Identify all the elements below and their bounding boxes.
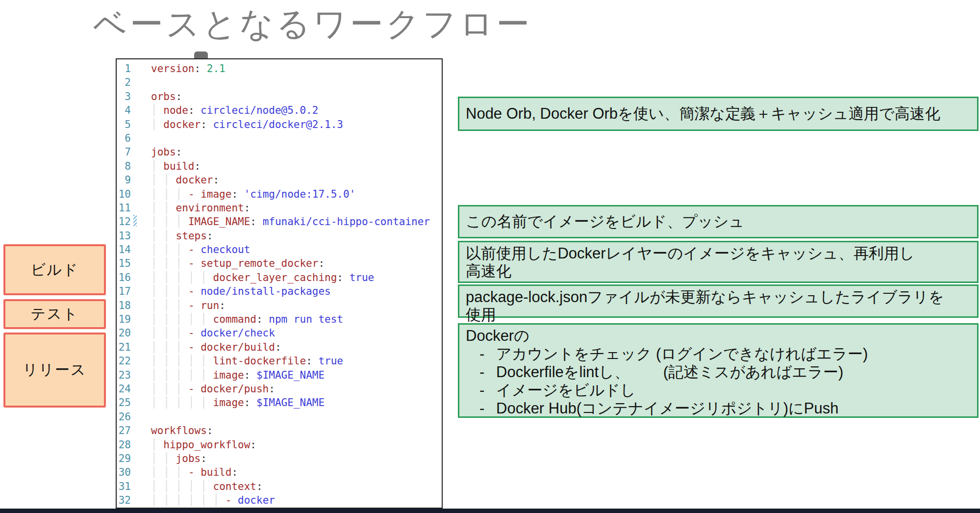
line-number: 12 <box>117 215 131 229</box>
code-text: │ │ │ │ │ command: npm run test <box>151 313 343 325</box>
code-text: │ │ docker: <box>151 174 219 186</box>
code-text: jobs: <box>151 146 182 158</box>
code-text: │ docker: circleci/docker@2.1.3 <box>151 119 343 130</box>
annotation-image-name: この名前でイメージをビルド、プッシュ <box>458 205 979 238</box>
code-text: │ │ │ │ │ docker_layer_caching: true <box>151 272 374 283</box>
code-line: 8│ build: <box>117 159 442 173</box>
annotation-text: 以前使用したDockerレイヤーのイメージをキャッシュ、再利用し <box>466 245 971 262</box>
annotation-orbs: Node Orb, Docker Orbを使い、簡潔な定義＋キャッシュ適用で高速… <box>458 97 979 131</box>
code-line: 25│ │ │ │ │ image: $IMAGE_NAME <box>117 396 442 410</box>
code-line: 2 <box>117 76 442 89</box>
code-line: 32│ │ │ │ │ │ - docker <box>117 493 442 507</box>
code-text: │ │ │ - image: 'cimg/node:17.5.0' <box>151 188 355 200</box>
code-line: 20│ │ │ - docker/check <box>117 326 442 340</box>
code-text: │ │ │ - build: <box>151 466 238 478</box>
stage-label-test: テスト <box>30 304 78 324</box>
line-number: 5 <box>117 118 131 131</box>
code-line: 18│ │ │ - run: <box>117 299 442 312</box>
code-line: 7jobs: <box>117 145 442 159</box>
line-number: 14 <box>117 243 131 256</box>
code-line: 28│ hippo_workflow: <box>117 438 442 452</box>
annotation-text: 使用 <box>466 306 971 324</box>
code-line: 29│ │ jobs: <box>117 452 442 465</box>
bullet-marker: - <box>479 381 496 399</box>
line-number: 9 <box>117 173 131 187</box>
line-number: 21 <box>117 340 131 354</box>
code-editor-screenshot: 1version: 2.123orbs:4│ node: circleci/no… <box>116 58 443 509</box>
line-number: 4 <box>117 103 131 117</box>
code-text: │ │ │ - docker/build: <box>151 341 281 353</box>
code-text: │ │ steps: <box>151 230 213 242</box>
line-number: 29 <box>117 452 131 465</box>
code-line: 12│ │ │ IMAGE_NAME: mfunaki/cci-hippo-co… <box>117 215 442 229</box>
code-text: │ node: circleci/node@5.0.2 <box>151 104 318 116</box>
line-number: 17 <box>117 284 131 298</box>
code-text: │ │ │ - checkout <box>151 244 250 256</box>
annotation-heading: Dockerの <box>466 327 971 345</box>
line-number: 18 <box>117 299 131 312</box>
code-text: │ │ │ IMAGE_NAME: mfunaki/cci-hippo-cont… <box>151 216 430 228</box>
annotation-text: この名前でイメージをビルド、プッシュ <box>466 211 744 232</box>
code-text: │ hippo_workflow: <box>151 439 256 451</box>
code-line: 4│ node: circleci/node@5.0.2 <box>117 103 442 117</box>
line-number: 16 <box>117 271 131 284</box>
line-number: 10 <box>117 187 131 201</box>
code-text: │ │ │ │ │ context: <box>151 481 263 492</box>
line-number: 22 <box>117 354 131 368</box>
line-number: 2 <box>117 76 131 89</box>
bullet-marker: - <box>479 363 496 381</box>
line-number: 19 <box>117 312 131 326</box>
bullet-text: イメージをビルドし <box>496 381 636 399</box>
code-line: 22│ │ │ │ │ lint-dockerfile: true <box>117 354 442 368</box>
code-line: 10│ │ │ - image: 'cimg/node:17.5.0' <box>117 187 442 201</box>
code-line: 31│ │ │ │ │ context: <box>117 480 442 493</box>
line-number: 6 <box>117 131 131 145</box>
line-number: 23 <box>117 368 131 382</box>
line-number: 25 <box>117 396 131 410</box>
line-number: 8 <box>117 159 131 173</box>
code-line: 6 <box>117 131 442 145</box>
code-line: 9│ │ docker: <box>117 173 442 187</box>
code-line: 26 <box>117 410 442 424</box>
code-text: │ │ │ - node/install-packages <box>151 285 331 297</box>
code-text: orbs: <box>151 91 182 103</box>
line-number: 32 <box>117 493 131 507</box>
line-number: 1 <box>117 62 131 76</box>
line-number: 26 <box>117 410 131 424</box>
line-number: 30 <box>117 465 131 479</box>
bullet-text: アカウントをチェック (ログインできなければエラー) <box>496 345 868 363</box>
footer-bar <box>0 509 980 513</box>
code-text: │ build: <box>151 160 201 172</box>
stage-label-release: リリース <box>23 360 86 380</box>
stage-box-release: リリース <box>3 333 106 408</box>
code-line: 27workflows: <box>117 424 442 437</box>
code-line: 11│ │ environment: <box>117 201 442 215</box>
code-line: 5│ docker: circleci/docker@2.1.3 <box>117 118 442 131</box>
stage-label-build: ビルド <box>30 260 78 280</box>
bullet-text: Dockerfileをlintし、 (記述ミスがあればエラー) <box>496 363 843 381</box>
bullet-marker: - <box>479 399 496 417</box>
page-title: ベースとなるワークフロー <box>93 0 532 47</box>
code-text: │ │ │ │ │ │ - docker <box>151 494 275 506</box>
bullet-item: - イメージをビルドし <box>466 381 971 399</box>
line-number: 7 <box>117 145 131 159</box>
code-line: 15│ │ │ - setup_remote_docker: <box>117 256 442 270</box>
line-number: 13 <box>117 229 131 243</box>
line-number: 28 <box>117 438 131 452</box>
annotation-text: Node Orb, Docker Orbを使い、簡潔な定義＋キャッシュ適用で高速… <box>466 103 940 124</box>
line-number: 11 <box>117 201 131 215</box>
line-number: 31 <box>117 480 131 493</box>
bullet-item: - Docker Hub(コンテナイメージリポジトリ)にPush <box>466 399 971 417</box>
code-text: │ │ │ - setup_remote_docker: <box>151 257 325 269</box>
code-text: │ │ │ - run: <box>151 300 226 311</box>
code-text: workflows: <box>151 425 213 436</box>
code-text: version: 2.1 <box>151 63 226 75</box>
annotation-package-lock-cache: package-lock.jsonファイルが未更新ならキャッシュしたライブラリを… <box>458 284 979 318</box>
code-line: 19│ │ │ │ │ command: npm run test <box>117 312 442 326</box>
code-line: 16│ │ │ │ │ docker_layer_caching: true <box>117 271 442 284</box>
code-line: 23│ │ │ │ │ image: $IMAGE_NAME <box>117 368 442 382</box>
code-text: │ │ │ - docker/check <box>151 327 275 339</box>
annotation-text: 高速化 <box>466 262 971 280</box>
annotation-docker-layer-cache: 以前使用したDockerレイヤーのイメージをキャッシュ、再利用し 高速化 <box>458 241 979 283</box>
code-line: 13│ │ steps: <box>117 229 442 243</box>
